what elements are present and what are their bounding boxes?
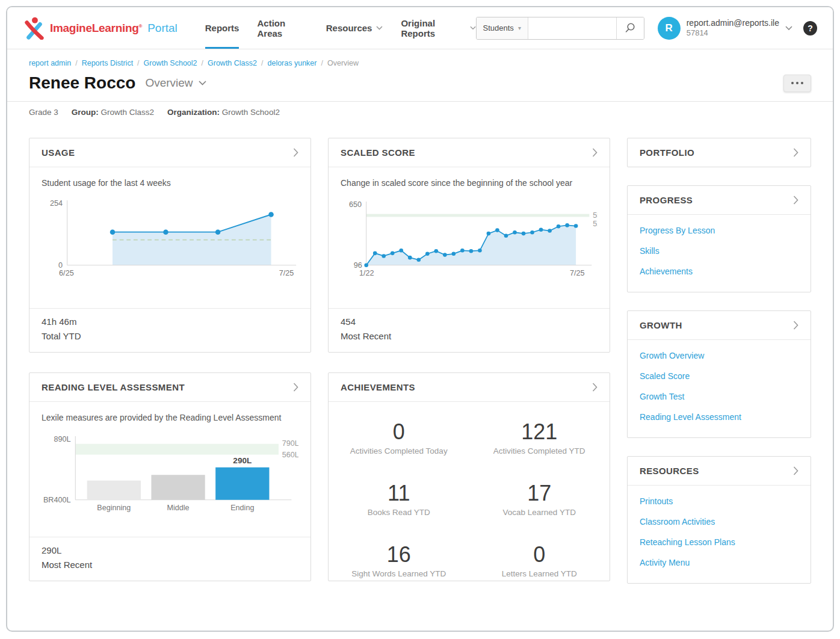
card-title: PROGRESS — [640, 195, 693, 205]
chevron-right-icon[interactable] — [592, 383, 598, 392]
imagine-learning-logo-icon — [23, 17, 46, 40]
chevron-right-icon[interactable] — [793, 148, 798, 157]
link-classroom-activities[interactable]: Classroom Activities — [640, 517, 798, 526]
link-achievements[interactable]: Achievements — [640, 267, 798, 276]
student-meta-row: Grade 3 Group: Growth Class2 Organizatio… — [7, 102, 833, 124]
growth-card: GROWTH Growth Overview Scaled Score Grow… — [627, 310, 811, 438]
chevron-right-icon[interactable] — [592, 148, 598, 157]
dropdown-arrow-icon: ▾ — [518, 25, 521, 31]
group-label: Group: Growth Class2 — [72, 108, 154, 117]
svg-text:Beginning: Beginning — [97, 504, 131, 512]
user-id: 57814 — [687, 28, 779, 39]
portfolio-card: PORTFOLIO — [627, 138, 811, 167]
more-options-button[interactable] — [783, 75, 811, 92]
chevron-down-icon — [376, 26, 383, 30]
svg-text:7/25: 7/25 — [570, 269, 585, 277]
progress-card: PROGRESS Progress By Lesson Skills Achie… — [627, 185, 811, 292]
breadcrumb-link[interactable]: report admin — [29, 59, 71, 67]
card-title: SCALED SCORE — [341, 147, 415, 158]
search-group: Students ▾ — [476, 17, 644, 40]
breadcrumb-link[interactable]: Growth Class2 — [208, 59, 257, 67]
lexile-chart: BeginningMiddleEnding290L890LBR400L790L5… — [42, 430, 298, 520]
svg-text:560L: 560L — [282, 451, 298, 459]
view-selector[interactable]: Overview — [145, 76, 206, 90]
user-email: report.admin@reports.ile — [687, 17, 779, 28]
help-button[interactable]: ? — [803, 21, 817, 36]
chevron-right-icon[interactable] — [793, 466, 798, 475]
chevron-right-icon[interactable] — [293, 383, 298, 392]
breadcrumb: report admin / Reports District / Growth… — [7, 49, 833, 67]
card-description: Student usage for the last 4 weeks — [42, 178, 298, 188]
stat-vocab-learned: 17 Vocab Learned YTD — [469, 468, 610, 529]
chevron-down-icon — [199, 81, 206, 85]
nav-action-areas[interactable]: Action Areas — [257, 7, 307, 49]
link-growth-overview[interactable]: Growth Overview — [640, 351, 798, 360]
svg-text:254: 254 — [50, 199, 63, 208]
link-activity-menu[interactable]: Activity Menu — [640, 558, 798, 567]
user-menu[interactable]: R report.admin@reports.ile 57814 — [658, 17, 792, 40]
nav-reports[interactable]: Reports — [205, 7, 239, 49]
grade-label: Grade 3 — [29, 108, 58, 117]
avatar: R — [658, 17, 681, 40]
imagine-learning-logo[interactable]: ImagineLearning® Portal — [23, 17, 178, 40]
top-nav-bar: ImagineLearning® Portal Reports Action A… — [7, 7, 833, 49]
card-title: PORTFOLIO — [640, 147, 694, 158]
svg-text:890L: 890L — [54, 435, 70, 443]
chevron-right-icon[interactable] — [293, 148, 298, 157]
chevron-down-icon — [470, 26, 476, 30]
link-reading-level-assessment[interactable]: Reading Level Assessment — [640, 412, 798, 422]
stat-books-read: 11 Books Read YTD — [329, 468, 469, 529]
breadcrumb-link[interactable]: deloras yunker — [267, 59, 317, 67]
breadcrumb-link[interactable]: Growth School2 — [144, 59, 197, 67]
svg-text:790L: 790L — [282, 440, 298, 448]
card-title: RESOURCES — [640, 466, 699, 476]
page-title-row: Renee Rocco Overview — [7, 67, 833, 101]
usage-card: USAGE Student usage for the last 4 weeks… — [29, 138, 311, 353]
chevron-right-icon[interactable] — [793, 321, 798, 330]
search-input[interactable] — [528, 17, 616, 39]
breadcrumb-current: Overview — [327, 59, 359, 67]
svg-text:525: 525 — [593, 220, 598, 228]
chevron-right-icon[interactable] — [793, 196, 798, 205]
card-title: GROWTH — [640, 320, 682, 330]
main-nav: Reports Action Areas Resources Original … — [205, 7, 476, 49]
achievements-card: ACHIEVEMENTS 0 Activities Completed Toda… — [328, 372, 610, 581]
question-mark-icon: ? — [808, 23, 813, 33]
lexile-recent: 290L — [42, 545, 298, 555]
svg-text:290L: 290L — [233, 456, 252, 465]
scaled-score-card: SCALED SCORE Change in scaled score sinc… — [328, 138, 610, 353]
product-name: Portal — [147, 22, 178, 35]
resources-card: RESOURCES Printouts Classroom Activities… — [627, 456, 811, 584]
scaled-score-chart: 650961/227/25550525 — [341, 195, 598, 285]
search-button[interactable] — [616, 17, 644, 39]
link-progress-by-lesson[interactable]: Progress By Lesson — [640, 226, 798, 235]
nav-resources[interactable]: Resources — [326, 7, 383, 49]
svg-text:0: 0 — [58, 261, 63, 270]
stat-sight-words: 16 Sight Words Learned YTD — [329, 529, 469, 591]
card-description: Change in scaled score since the beginni… — [341, 178, 598, 188]
stat-activities-today: 0 Activities Completed Today — [329, 407, 469, 468]
svg-text:1/22: 1/22 — [359, 269, 374, 277]
chevron-down-icon — [785, 26, 792, 31]
link-reteaching-lesson-plans[interactable]: Reteaching Lesson Plans — [640, 537, 798, 547]
card-title: USAGE — [42, 147, 75, 158]
link-growth-test[interactable]: Growth Test — [640, 392, 798, 401]
svg-text:550: 550 — [593, 211, 598, 220]
breadcrumb-link[interactable]: Reports District — [82, 59, 133, 67]
achievements-grid: 0 Activities Completed Today 121 Activit… — [329, 402, 610, 596]
link-scaled-score[interactable]: Scaled Score — [640, 371, 798, 381]
link-printouts[interactable]: Printouts — [640, 496, 798, 506]
card-title: ACHIEVEMENTS — [341, 382, 415, 392]
svg-text:BR400L: BR400L — [43, 496, 71, 504]
page-title: Renee Rocco — [29, 73, 135, 93]
brand-name: ImagineLearning® — [50, 22, 142, 35]
ellipsis-icon — [791, 82, 794, 84]
stat-letters-learned: 0 Letters Learned YTD — [469, 529, 610, 591]
link-skills[interactable]: Skills — [640, 246, 798, 256]
stat-activities-ytd: 121 Activities Completed YTD — [469, 407, 610, 468]
search-scope-dropdown[interactable]: Students ▾ — [477, 17, 528, 39]
nav-original-reports[interactable]: Original Reports — [401, 7, 475, 49]
svg-text:Ending: Ending — [230, 504, 254, 512]
svg-text:7/25: 7/25 — [279, 269, 294, 277]
card-description: Lexile measures are provided by the Read… — [42, 413, 298, 422]
